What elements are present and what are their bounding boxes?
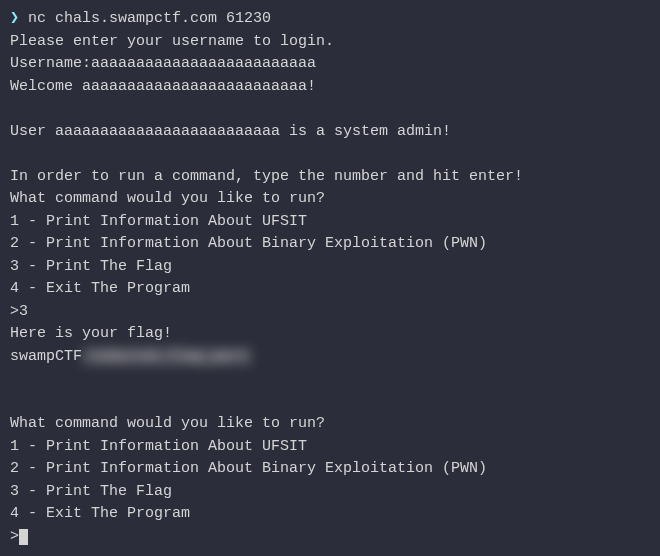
- menu-item-1b: 1 - Print Information About UFSIT: [10, 436, 650, 459]
- command-text: nc chals.swampctf.com 61230: [28, 10, 271, 27]
- blank-line: [10, 143, 650, 166]
- menu-item-4: 4 - Exit The Program: [10, 278, 650, 301]
- admin-message: User aaaaaaaaaaaaaaaaaaaaaaaaa is a syst…: [10, 121, 650, 144]
- input-prompt-2: >: [10, 528, 19, 545]
- menu-item-3b: 3 - Print The Flag: [10, 481, 650, 504]
- prompt-symbol: ❯: [10, 10, 19, 27]
- menu-item-2b: 2 - Print Information About Binary Explo…: [10, 458, 650, 481]
- blank-line: [10, 391, 650, 414]
- flag-hidden: redacted_flag_part: [82, 348, 252, 365]
- menu-header: What command would you like to run?: [10, 188, 650, 211]
- menu-item-3: 3 - Print The Flag: [10, 256, 650, 279]
- login-prompt: Please enter your username to login.: [10, 31, 650, 54]
- user-input: 3: [19, 303, 28, 320]
- blank-line: [10, 98, 650, 121]
- cursor: [19, 529, 28, 545]
- input-prompt: >: [10, 303, 19, 320]
- input-line-2[interactable]: >: [10, 526, 650, 549]
- flag-intro: Here is your flag!: [10, 323, 650, 346]
- input-line-1: >3: [10, 301, 650, 324]
- menu-item-2: 2 - Print Information About Binary Explo…: [10, 233, 650, 256]
- menu-item-4b: 4 - Exit The Program: [10, 503, 650, 526]
- welcome-line: Welcome aaaaaaaaaaaaaaaaaaaaaaaaa!: [10, 76, 650, 99]
- menu-header-2: What command would you like to run?: [10, 413, 650, 436]
- flag-prefix: swampCTF: [10, 348, 82, 365]
- command-line: ❯ nc chals.swampctf.com 61230: [10, 8, 650, 31]
- instructions-line: In order to run a command, type the numb…: [10, 166, 650, 189]
- username-line: Username:aaaaaaaaaaaaaaaaaaaaaaaaa: [10, 53, 650, 76]
- flag-line: swampCTFredacted_flag_part: [10, 346, 650, 369]
- blank-line: [10, 368, 650, 391]
- menu-item-1: 1 - Print Information About UFSIT: [10, 211, 650, 234]
